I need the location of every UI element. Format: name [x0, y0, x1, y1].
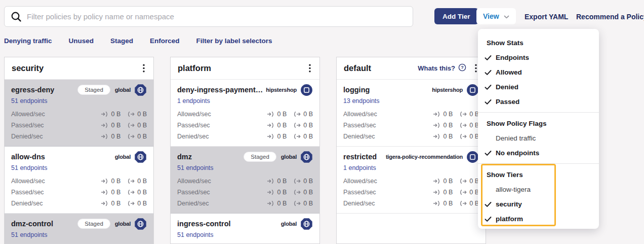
stat-label: Allowed/sec	[11, 178, 94, 185]
menu-item-passed[interactable]: Passed	[478, 94, 599, 109]
menu-item-no-endpoints[interactable]: No endpoints	[478, 146, 599, 160]
egress-value: 0 B	[303, 200, 313, 207]
stat-row-denied-sec: Denied/sec0 B0 B	[177, 131, 313, 142]
ingress-icon	[433, 111, 441, 117]
filter-link-denying-traffic[interactable]: Denying traffic	[4, 37, 52, 45]
endpoints-link[interactable]: 51 endpoints	[177, 164, 313, 173]
filter-link-unused[interactable]: Unused	[69, 37, 94, 45]
whats-this-link[interactable]: Whats this??	[418, 63, 466, 73]
stat-row-passed-sec: Passed/sec0 B0 B	[11, 120, 147, 131]
egress-icon	[293, 111, 301, 117]
stat-row-passed-sec: Passed/sec0 B0 B	[343, 187, 479, 198]
policy-card-restricted[interactable]: restrictedtigera-policy-recommendation1 …	[337, 147, 486, 214]
menu-item-label: Passed	[496, 98, 519, 106]
egress-value: 0 B	[303, 189, 313, 196]
ingress-value: 0 B	[443, 122, 453, 129]
export-yaml-button[interactable]: Export YAML	[525, 13, 568, 21]
stat-row-passed-sec: Passed/sec0 B0 B	[343, 120, 479, 131]
ingress-value: 0 B	[443, 189, 453, 196]
filter-link-enforced[interactable]: Enforced	[150, 37, 180, 45]
filter-link-filter-by-label-selectors[interactable]: Filter by label selectors	[196, 37, 272, 45]
menu-item-denied[interactable]: Denied	[478, 80, 599, 94]
ingress-value: 0 B	[111, 189, 120, 196]
menu-item-security[interactable]: security	[478, 197, 599, 212]
endpoints-link[interactable]: 51 endpoints	[11, 164, 147, 173]
egress-icon	[127, 189, 135, 195]
endpoints-link[interactable]: 51 endpoints	[177, 231, 313, 240]
policy-card-allow-dns[interactable]: allow-dnsglobal51 endpointsAllowed/sec0 …	[5, 147, 153, 214]
policy-name: allow-dns	[11, 153, 45, 161]
menu-item-label: allow-tigera	[496, 186, 531, 193]
recommend-policy-button[interactable]: Recommend a Policy	[576, 13, 644, 21]
ingress-value: 0 B	[443, 133, 453, 140]
check-icon	[485, 69, 492, 75]
egress-icon	[127, 122, 135, 128]
policy-board-page: Add Tier View Export YAML Recommend a Po…	[0, 0, 644, 244]
stat-row-denied-sec: Denied/sec0 B0 B	[11, 198, 147, 209]
egress-value: 0 B	[303, 122, 313, 129]
svg-text:?: ?	[461, 65, 464, 70]
stat-row-allowed-sec: Allowed/sec0 B0 B	[177, 176, 313, 187]
ingress-value: 0 B	[277, 122, 287, 129]
policy-card-dmz[interactable]: dmzStagedglobal51 endpointsAllowed/sec0 …	[171, 147, 319, 214]
check-icon	[485, 84, 492, 90]
endpoints-link[interactable]: 51 endpoints	[11, 231, 147, 240]
egress-value: 0 B	[137, 122, 147, 129]
endpoints-link[interactable]: 1 endpoints	[177, 97, 313, 106]
menu-item-label: security	[496, 200, 522, 208]
menu-item-allow-tigera[interactable]: allow-tigera	[478, 182, 599, 197]
policy-scope-label: global	[115, 154, 131, 160]
stat-row-denied-sec: Denied/sec0 B0 B	[343, 131, 479, 142]
policy-name: dmz-control	[11, 220, 53, 228]
stat-label: Allowed/sec	[11, 111, 94, 118]
filter-link-staged[interactable]: Staged	[110, 37, 133, 45]
egress-value: 0 B	[137, 178, 147, 185]
tier-column-platform: platformdeny-ingress-paymentservi…hipste…	[170, 57, 320, 244]
view-menu-button[interactable]: View	[476, 8, 516, 24]
policy-card-egress-deny[interactable]: egress-denyStagedglobal51 endpointsAllow…	[5, 80, 153, 147]
tier-board: securityegress-denyStagedglobal51 endpoi…	[4, 57, 486, 244]
tier-header: security	[5, 57, 153, 80]
tier-header: platform	[171, 57, 319, 80]
stat-row-allowed-sec: Allowed/sec0 B0 B	[11, 176, 147, 187]
endpoints-link[interactable]: 51 endpoints	[11, 97, 147, 106]
ingress-icon	[433, 133, 441, 140]
stat-label: Passed/sec	[177, 189, 260, 196]
egress-icon	[459, 111, 467, 117]
ingress-value: 0 B	[277, 189, 287, 196]
tier-menu-button[interactable]	[141, 63, 146, 74]
policy-name: deny-ingress-paymentservi…	[177, 86, 264, 94]
check-icon	[485, 216, 492, 222]
menu-item-platform[interactable]: platform	[478, 212, 599, 226]
egress-icon	[293, 178, 301, 184]
ingress-icon	[267, 111, 275, 117]
add-tier-button[interactable]: Add Tier	[434, 8, 478, 24]
endpoints-link[interactable]: 13 endpoints	[343, 97, 479, 106]
tier-menu-button[interactable]	[307, 63, 312, 74]
menu-item-endpoints[interactable]: Endpoints	[478, 50, 599, 65]
policy-card-deny-ingress-paymentservi[interactable]: deny-ingress-paymentservi…hipstershop1 e…	[171, 80, 319, 147]
globe-octagon-icon	[300, 218, 313, 230]
menu-item-allowed[interactable]: Allowed	[478, 65, 599, 80]
chevron-down-icon	[504, 12, 509, 20]
policy-card-dmz-control[interactable]: dmz-controlStagedglobal51 endpoints	[5, 214, 153, 244]
stat-row-passed-sec: Passed/sec0 B0 B	[11, 187, 147, 198]
policy-scope-label: hipstershop	[432, 87, 463, 93]
ingress-value: 0 B	[277, 200, 287, 207]
policy-card-ingress-control[interactable]: ingress-controlglobal51 endpoints	[171, 214, 319, 244]
search-input[interactable]	[27, 12, 407, 21]
stat-label: Denied/sec	[343, 133, 426, 140]
ingress-value: 0 B	[277, 178, 287, 185]
ingress-value: 0 B	[277, 133, 287, 140]
stat-label: Allowed/sec	[177, 178, 260, 185]
policy-card-logging[interactable]: logginghipstershop13 endpointsAllowed/se…	[337, 80, 486, 147]
policy-name: dmz	[177, 153, 192, 161]
question-circle-icon: ?	[458, 63, 466, 73]
policy-scope-label: hipstershop	[266, 87, 297, 93]
egress-icon	[459, 189, 467, 195]
endpoints-link[interactable]: 1 endpoints	[343, 164, 479, 173]
egress-icon	[127, 111, 135, 117]
stat-label: Allowed/sec	[343, 178, 426, 185]
menu-item-denied-traffic[interactable]: Denied traffic	[478, 131, 599, 146]
ingress-icon	[101, 133, 109, 140]
